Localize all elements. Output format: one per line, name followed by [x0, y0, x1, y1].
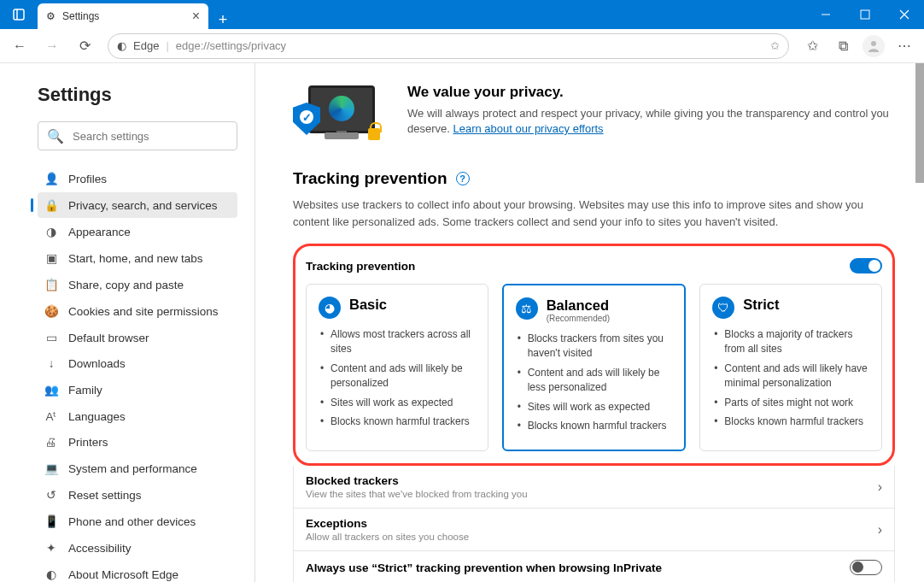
- page-title: Settings: [38, 84, 237, 106]
- hero-illustration: [293, 84, 387, 145]
- sidebar-item-privacy[interactable]: 🔒Privacy, search, and services: [38, 192, 237, 218]
- gear-icon: ⚙: [46, 10, 56, 22]
- minimize-button[interactable]: [806, 0, 845, 29]
- sidebar-item-profiles[interactable]: 👤Profiles: [38, 166, 237, 191]
- tracking-prevention-panel: Tracking prevention ◕ Basic Allows most …: [293, 244, 895, 466]
- search-icon: 🔍: [47, 128, 64, 144]
- phone-icon: 📱: [44, 514, 58, 528]
- settings-nav: 👤Profiles 🔒Privacy, search, and services…: [38, 166, 237, 582]
- forward-button[interactable]: →: [38, 32, 67, 61]
- strict-inprivate-row: Always use “Strict” tracking prevention …: [293, 551, 895, 582]
- printer-icon: 🖨: [44, 436, 58, 449]
- blocked-trackers-row[interactable]: Blocked trackers View the sites that we'…: [293, 466, 895, 509]
- exceptions-row[interactable]: Exceptions Allow all trackers on sites y…: [293, 509, 895, 551]
- sidebar-item-cookies[interactable]: 🍪Cookies and site permissions: [38, 298, 237, 324]
- tab-title: Settings: [62, 10, 99, 22]
- titlebar: ⚙ Settings × +: [0, 0, 924, 29]
- strict-icon: 🛡: [712, 297, 734, 319]
- tracking-toggle[interactable]: [850, 258, 882, 273]
- read-aloud-icon[interactable]: ✩: [770, 39, 780, 52]
- sidebar-item-printers[interactable]: 🖨Printers: [38, 430, 237, 455]
- main-content: We value your privacy. We will always pr…: [254, 63, 924, 582]
- address-scheme: Edge: [133, 39, 159, 52]
- svg-rect-3: [861, 10, 869, 19]
- navbar: ← → ⟳ ◐ Edge | edge://settings/privacy ✩…: [0, 29, 924, 63]
- balanced-icon: ⚖: [516, 297, 538, 320]
- sidebar-item-share[interactable]: 📋Share, copy and paste: [38, 272, 237, 297]
- window-icon: ▣: [44, 251, 58, 265]
- tab-actions-icon: [13, 9, 25, 21]
- sidebar-item-about[interactable]: ◐About Microsoft Edge: [38, 561, 237, 582]
- tracking-description: Websites use trackers to collect info ab…: [293, 197, 895, 230]
- settings-sidebar: Settings 🔍 👤Profiles 🔒Privacy, search, a…: [0, 63, 254, 582]
- appearance-icon: ◑: [44, 225, 58, 238]
- sidebar-item-languages[interactable]: AᵗLanguages: [38, 403, 237, 429]
- browser-icon: ▭: [44, 331, 58, 344]
- accessibility-icon: ✦: [44, 541, 58, 555]
- tracking-card-strict[interactable]: 🛡 Strict Blocks a majority of trackers f…: [699, 284, 882, 451]
- scrollbar[interactable]: [915, 63, 924, 183]
- privacy-efforts-link[interactable]: Learn about our privacy efforts: [453, 122, 603, 135]
- family-icon: 👥: [44, 383, 58, 397]
- cookie-icon: 🍪: [44, 304, 58, 318]
- download-icon: ↓: [44, 357, 58, 370]
- tracking-card-balanced[interactable]: ⚖ Balanced(Recommended) Blocks trackers …: [502, 284, 687, 451]
- tracking-heading: Tracking prevention ?: [293, 169, 895, 188]
- sidebar-item-phone[interactable]: 📱Phone and other devices: [38, 509, 237, 534]
- privacy-hero: We value your privacy. We will always pr…: [293, 84, 895, 145]
- tracking-toggle-label: Tracking prevention: [306, 260, 415, 273]
- address-url: edge://settings/privacy: [176, 39, 286, 52]
- edge-icon: ◐: [117, 39, 126, 52]
- edge-icon: ◐: [44, 567, 58, 581]
- menu-button[interactable]: ⋯: [890, 32, 919, 61]
- search-settings[interactable]: 🔍: [38, 121, 237, 150]
- language-icon: Aᵗ: [44, 409, 58, 423]
- strict-inprivate-toggle[interactable]: [850, 560, 882, 575]
- sidebar-item-reset[interactable]: ↺Reset settings: [38, 482, 237, 508]
- basic-icon: ◕: [319, 297, 341, 319]
- sidebar-item-system[interactable]: 💻System and performance: [38, 456, 237, 481]
- tracking-card-basic[interactable]: ◕ Basic Allows most trackers across all …: [306, 284, 488, 451]
- profile-button[interactable]: [859, 32, 888, 61]
- new-tab-button[interactable]: +: [208, 11, 237, 29]
- hero-title: We value your privacy.: [407, 84, 895, 101]
- lock-icon: 🔒: [44, 198, 58, 212]
- collections-button[interactable]: ⧉: [828, 32, 857, 61]
- profile-icon: 👤: [44, 172, 58, 185]
- sidebar-item-family[interactable]: 👥Family: [38, 377, 237, 403]
- avatar-icon: [863, 35, 885, 57]
- chevron-right-icon: ›: [878, 522, 882, 538]
- sidebar-item-accessibility[interactable]: ✦Accessibility: [38, 535, 237, 561]
- address-bar[interactable]: ◐ Edge | edge://settings/privacy ✩: [108, 33, 789, 59]
- close-tab-button[interactable]: ×: [192, 9, 200, 24]
- chevron-right-icon: ›: [878, 479, 882, 495]
- info-icon[interactable]: ?: [456, 172, 470, 185]
- search-input[interactable]: [73, 130, 228, 143]
- system-icon: 💻: [44, 461, 58, 475]
- reset-icon: ↺: [44, 488, 58, 502]
- tab-actions-button[interactable]: [0, 0, 38, 29]
- svg-rect-0: [14, 9, 24, 20]
- sidebar-item-default-browser[interactable]: ▭Default browser: [38, 325, 237, 350]
- sidebar-item-appearance[interactable]: ◑Appearance: [38, 219, 237, 244]
- sidebar-item-downloads[interactable]: ↓Downloads: [38, 351, 237, 376]
- close-window-button[interactable]: [885, 0, 924, 29]
- clipboard-icon: 📋: [44, 278, 58, 291]
- favorites-button[interactable]: ✩: [798, 32, 827, 61]
- back-button[interactable]: ←: [5, 32, 34, 61]
- svg-point-6: [871, 41, 876, 46]
- sidebar-item-start[interactable]: ▣Start, home, and new tabs: [38, 245, 237, 271]
- refresh-button[interactable]: ⟳: [70, 32, 99, 61]
- browser-tab[interactable]: ⚙ Settings ×: [38, 3, 208, 29]
- maximize-button[interactable]: [845, 0, 885, 29]
